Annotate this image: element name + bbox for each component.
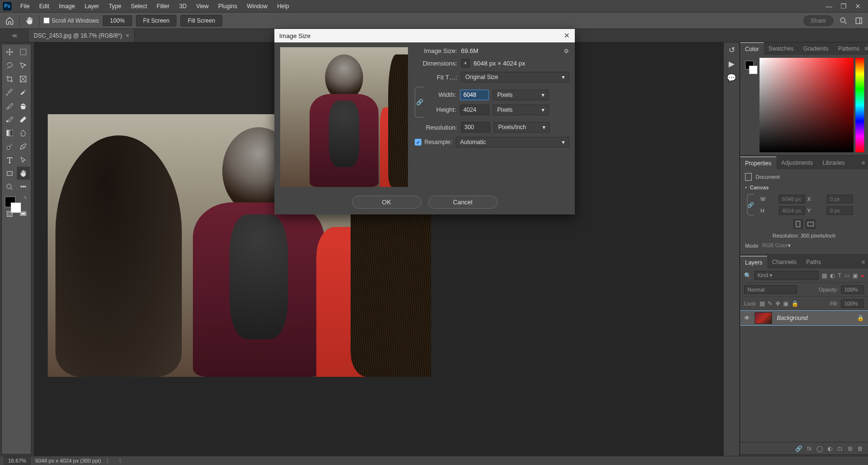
height-unit-select[interactable]: Pixels▾ <box>493 105 549 115</box>
tab-paths[interactable]: Paths <box>801 256 826 268</box>
background-color-swatch[interactable] <box>11 202 21 213</box>
link-layers-icon[interactable]: 🔗 <box>795 445 802 452</box>
lock-all-icon[interactable]: 🔒 <box>791 300 799 307</box>
portrait-orientation-icon[interactable] <box>793 219 803 229</box>
layer-mask-icon[interactable]: ◯ <box>816 445 823 452</box>
fit-screen-button[interactable]: Fit Screen <box>136 15 177 27</box>
resolution-unit-select[interactable]: Pixels/Inch▾ <box>494 122 550 133</box>
mini-background-swatch[interactable] <box>749 66 758 74</box>
lock-pixels-icon[interactable]: ✎ <box>768 300 773 307</box>
menu-layer[interactable]: Layer <box>80 1 104 12</box>
tab-swatches[interactable]: Swatches <box>764 42 799 55</box>
menu-file[interactable]: File <box>15 1 34 12</box>
menu-help[interactable]: Help <box>272 1 294 12</box>
history-brush-tool-icon[interactable] <box>3 113 16 126</box>
ok-button[interactable]: OK <box>352 196 421 209</box>
menu-type[interactable]: Type <box>104 1 126 12</box>
layer-fx-icon[interactable]: fx <box>807 445 812 452</box>
actions-panel-icon[interactable]: ▶ <box>729 59 734 68</box>
panel-menu-icon[interactable]: ≡ <box>864 42 868 55</box>
status-info-caret-icon[interactable]: 〈 <box>116 457 122 465</box>
gear-icon[interactable]: ⚙ <box>564 48 569 54</box>
fill-field[interactable]: 100% <box>841 299 864 308</box>
height-input[interactable] <box>460 105 489 115</box>
link-dimensions-icon[interactable]: 🔗 <box>747 194 754 215</box>
lasso-tool-icon[interactable] <box>3 59 16 72</box>
menu-plugins[interactable]: Plugins <box>214 1 242 12</box>
color-picker[interactable] <box>744 58 864 152</box>
zoom-level-field[interactable]: 100% <box>103 15 132 26</box>
layer-filter-kind-select[interactable]: Kind ▾ <box>754 271 819 280</box>
filter-pixel-icon[interactable]: ▦ <box>822 272 827 279</box>
crop-tool-icon[interactable] <box>3 72 16 85</box>
filter-shape-icon[interactable]: ▭ <box>844 272 850 279</box>
layer-name[interactable]: Background <box>777 315 808 321</box>
panel-menu-icon[interactable]: ≡ <box>858 157 868 169</box>
filter-smart-icon[interactable]: ▣ <box>853 272 858 279</box>
menu-view[interactable]: View <box>191 1 214 12</box>
group-layers-icon[interactable]: 🗀 <box>837 445 843 452</box>
window-maximize-icon[interactable]: ❐ <box>836 2 851 10</box>
hand-tool-icon[interactable] <box>24 15 35 27</box>
path-select-tool-icon[interactable] <box>17 153 30 166</box>
tab-color[interactable]: Color <box>740 42 764 55</box>
comments-panel-icon[interactable]: 💬 <box>727 73 736 82</box>
landscape-orientation-icon[interactable] <box>806 219 815 229</box>
panel-menu-icon[interactable]: ≡ <box>858 256 868 268</box>
constrain-proportions-icon[interactable]: 🔗 <box>415 87 424 118</box>
scroll-all-windows-checkbox[interactable]: Scroll All Windows <box>43 17 99 24</box>
tab-channels[interactable]: Channels <box>767 256 801 268</box>
brush-tool-icon[interactable] <box>3 99 16 112</box>
rectangle-tool-icon[interactable] <box>3 167 16 180</box>
resample-method-select[interactable]: Automatic▾ <box>456 137 569 147</box>
lock-position-icon[interactable]: ✥ <box>775 300 780 307</box>
window-minimize-icon[interactable]: — <box>822 2 836 10</box>
cancel-button[interactable]: Cancel <box>428 196 498 209</box>
frame-tool-icon[interactable] <box>17 72 30 85</box>
color-swatches[interactable]: ⤡ <box>3 194 30 218</box>
filter-adjustment-icon[interactable]: ◐ <box>830 272 835 279</box>
tab-properties[interactable]: Properties <box>740 157 776 169</box>
filter-type-icon[interactable]: T <box>838 272 841 279</box>
dimensions-unit-dropdown-icon[interactable]: ▾ <box>461 59 470 67</box>
type-tool-icon[interactable] <box>3 153 16 166</box>
fit-to-select[interactable]: Original Size▾ <box>461 72 569 82</box>
healing-brush-tool-icon[interactable] <box>17 86 30 99</box>
share-button[interactable]: Share <box>803 15 833 26</box>
filter-search-icon[interactable]: 🔍 <box>744 272 751 279</box>
dodge-tool-icon[interactable] <box>3 140 16 153</box>
menu-window[interactable]: Window <box>242 1 272 12</box>
tab-layers[interactable]: Layers <box>740 256 767 268</box>
dialog-close-icon[interactable]: ✕ <box>564 31 570 40</box>
resolution-input[interactable] <box>461 122 490 133</box>
close-tab-icon[interactable]: × <box>126 32 129 39</box>
marquee-tool-icon[interactable] <box>17 45 30 58</box>
home-icon[interactable] <box>4 15 15 27</box>
window-close-icon[interactable]: ✕ <box>851 2 865 10</box>
lock-transparency-icon[interactable]: ▦ <box>760 300 765 307</box>
menu-filter[interactable]: Filter <box>152 1 175 12</box>
lock-artboard-icon[interactable]: ▣ <box>783 300 788 307</box>
canvas-section-header[interactable]: Canvas <box>745 185 863 190</box>
new-layer-icon[interactable]: ⊞ <box>848 445 853 452</box>
swap-colors-icon[interactable]: ⤡ <box>23 195 27 200</box>
tab-libraries[interactable]: Libraries <box>818 157 850 169</box>
width-unit-select[interactable]: Pixels▾ <box>493 90 549 100</box>
opacity-field[interactable]: 100% <box>841 285 864 294</box>
tab-nav-arrows[interactable]: ≪ <box>0 29 29 42</box>
adjustment-layer-icon[interactable]: ◐ <box>827 445 832 452</box>
workspace-switcher-icon[interactable] <box>854 15 864 26</box>
menu-select[interactable]: Select <box>126 1 151 12</box>
blur-tool-icon[interactable] <box>17 126 30 139</box>
zoom-tool-icon[interactable] <box>3 180 16 193</box>
layer-thumbnail[interactable] <box>755 312 772 324</box>
resample-checkbox[interactable]: ✓ Resample: <box>415 139 452 146</box>
quick-select-tool-icon[interactable] <box>17 59 30 72</box>
blend-mode-select[interactable]: Normal <box>744 285 797 294</box>
gradient-tool-icon[interactable] <box>3 126 16 139</box>
pen-tool-icon[interactable] <box>17 140 30 153</box>
width-input[interactable] <box>460 90 489 100</box>
history-panel-icon[interactable]: ↺ <box>729 45 735 54</box>
filter-toggle-icon[interactable]: ● <box>861 272 864 279</box>
move-tool-icon[interactable] <box>3 45 16 58</box>
